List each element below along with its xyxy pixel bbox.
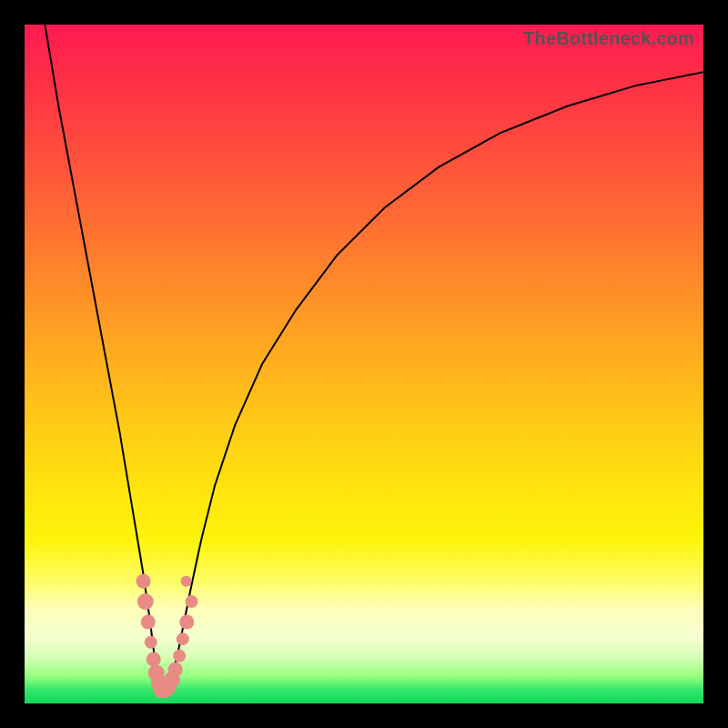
data-marker [179, 614, 194, 629]
data-marker [145, 636, 157, 649]
curve-layer [25, 25, 703, 703]
data-marker [173, 650, 186, 662]
data-marker [137, 593, 154, 610]
data-marker [168, 662, 183, 677]
chart-frame: TheBottleneck.com [0, 0, 728, 728]
data-marker [186, 595, 198, 608]
data-marker [181, 576, 192, 587]
plot-area: TheBottleneck.com [25, 25, 703, 703]
data-marker [141, 614, 156, 629]
data-marker [136, 574, 151, 589]
data-marker [147, 652, 161, 667]
data-marker [177, 632, 189, 645]
